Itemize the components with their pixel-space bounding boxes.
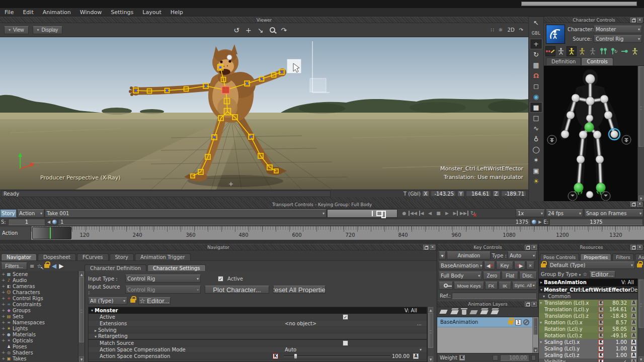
animation-menu-caret[interactable]: ▾ bbox=[439, 251, 446, 259]
top-horizontal-scrollbar[interactable] bbox=[521, 2, 637, 6]
move-keys-button[interactable]: Move Keys bbox=[454, 282, 484, 290]
timeline-zoom-handle[interactable] bbox=[32, 227, 71, 239]
key-badge[interactable]: K bbox=[598, 339, 604, 345]
lock-icon[interactable] bbox=[508, 320, 513, 324]
merge-all-layers-icon[interactable] bbox=[491, 310, 500, 314]
property-row-compensation-mode[interactable]: Action Space Compensation Mode Auto ▾ bbox=[89, 346, 427, 353]
dolly-camera-icon[interactable]: ↘ bbox=[258, 26, 264, 34]
sphere-select-icon[interactable]: ◉ bbox=[530, 92, 542, 102]
table-scrollbar[interactable]: ▲ ▼ bbox=[427, 307, 434, 362]
keying-group-select[interactable]: Full Body▾ bbox=[439, 272, 482, 280]
mirror-pose-icon[interactable] bbox=[630, 46, 640, 56]
tab-filters[interactable]: Filters bbox=[612, 253, 633, 260]
scroll-down-arrow[interactable]: ▼ bbox=[638, 356, 643, 361]
mute-icon[interactable] bbox=[523, 319, 529, 325]
input-type-select[interactable]: Control Rig▾ bbox=[125, 275, 201, 283]
property-row[interactable]: ▾Translation (Lcl).zK-18.43A bbox=[539, 313, 637, 319]
star-icon[interactable]: ☆ bbox=[583, 272, 587, 277]
menu-layout[interactable]: Layout bbox=[138, 9, 166, 16]
key-badge[interactable]: K bbox=[598, 313, 604, 319]
zoom-magnifier-icon[interactable] bbox=[270, 27, 275, 33]
scroll-down-arrow[interactable]: ▼ bbox=[533, 347, 538, 352]
tab-character-definition[interactable]: Character Definition bbox=[85, 264, 146, 272]
add-layer-icon[interactable]: + bbox=[440, 309, 447, 315]
viewport-3d[interactable]: Producer Perspective (X-Ray) Monster_Ctr… bbox=[0, 37, 528, 190]
camera-reset-arc-icon[interactable]: ↷ bbox=[281, 26, 287, 34]
property-row[interactable]: ▾Scaling (Lcl).yK1.00A bbox=[539, 345, 637, 352]
back-arrow-icon[interactable]: ◀ bbox=[52, 262, 56, 269]
editor-button[interactable]: ☆Editor... bbox=[138, 297, 171, 305]
layout-views-icon[interactable]: ▣ bbox=[530, 165, 542, 176]
ik-button[interactable]: IK bbox=[499, 282, 511, 290]
character-select[interactable]: Monster▾ bbox=[594, 26, 642, 33]
close-panel-button[interactable]: × bbox=[637, 202, 642, 207]
x-axis-value[interactable]: -143.25 bbox=[431, 191, 456, 197]
key-badge[interactable]: K bbox=[273, 353, 278, 359]
compensation-slider[interactable] bbox=[284, 355, 390, 357]
tab-asset-browser[interactable]: Asset Bro bbox=[635, 253, 644, 260]
light-toggle-icon[interactable]: ☼ bbox=[499, 27, 503, 33]
tree-item-sets[interactable]: +▤Sets bbox=[0, 313, 78, 319]
layers-scrollbar[interactable]: ▼ bbox=[532, 317, 538, 353]
float-panel-button[interactable] bbox=[423, 245, 429, 250]
tree-item-namespaces[interactable]: +≡Namespaces bbox=[0, 319, 78, 325]
input-source-select[interactable]: Control Rig▾ bbox=[125, 286, 201, 294]
property-row[interactable]: ▾Scaling (Lcl).xK1.00A bbox=[539, 339, 637, 345]
editor-button[interactable]: Editor... bbox=[589, 271, 615, 278]
take-select[interactable]: Take 001▾ bbox=[45, 209, 327, 218]
polygon-display-icon[interactable]: ◯ bbox=[530, 144, 542, 155]
playback-speed-select[interactable]: 1x▾ bbox=[516, 209, 545, 217]
key-badge[interactable]: K bbox=[598, 346, 604, 351]
property-row-match-source[interactable]: Match Source ✓ bbox=[89, 340, 427, 346]
start-frame-field[interactable]: 1 bbox=[8, 219, 45, 225]
play-button[interactable]: ▶ bbox=[443, 210, 451, 217]
float-panel-button[interactable] bbox=[630, 245, 636, 250]
full-body-mode-icon[interactable] bbox=[556, 46, 566, 56]
timeline-ruler[interactable]: Action 120 240 360 480 600 720 840 960 1… bbox=[0, 226, 644, 240]
forward-arrow-icon[interactable]: ▶ bbox=[59, 262, 63, 269]
keying-mode-icon[interactable] bbox=[545, 46, 555, 56]
scroll-down-arrow[interactable]: ▼ bbox=[428, 356, 433, 361]
global-space-toggle[interactable]: GBL bbox=[530, 28, 542, 39]
lock-icon[interactable] bbox=[130, 299, 135, 303]
menu-file[interactable]: File bbox=[0, 9, 18, 16]
expander-icon[interactable]: ▸ bbox=[540, 280, 542, 285]
close-panel-button[interactable]: × bbox=[531, 245, 537, 250]
previous-key-button[interactable]: ◀ bbox=[484, 261, 495, 269]
lighting-icon[interactable]: ☀ bbox=[530, 176, 542, 187]
frame-rate-select[interactable]: 24 fps▾ bbox=[546, 209, 583, 217]
tree-item-takes[interactable]: +▣Takes bbox=[0, 355, 78, 361]
property-row-compensation[interactable]: Action Space Compensation K 100.00 A bbox=[89, 353, 427, 359]
duplicate-layer-icon[interactable] bbox=[451, 310, 459, 314]
body-part-mode-icon[interactable] bbox=[567, 46, 577, 56]
property-row-active[interactable]: Active ✓ bbox=[89, 314, 427, 320]
base-animation-row[interactable]: ▸ BaseAnimation V: All bbox=[539, 279, 637, 286]
stop-button[interactable]: ■ bbox=[434, 210, 443, 217]
select-tool-icon[interactable]: ↖ bbox=[530, 18, 542, 28]
layer-select[interactable]: BaseAnimation▾ bbox=[439, 261, 483, 269]
wireframe-display-icon[interactable]: □ bbox=[530, 113, 542, 123]
shaded-display-icon[interactable]: ■ bbox=[530, 102, 542, 113]
property-row[interactable]: ▾Translation (Lcl).xK80.32A bbox=[539, 300, 637, 306]
default-type-select[interactable]: Default (Type)▾ bbox=[548, 261, 635, 269]
tree-item-scene[interactable]: +▦Scene bbox=[0, 271, 78, 277]
key-badge[interactable]: K bbox=[598, 333, 604, 338]
current-frame-track[interactable]: 1 1375 bbox=[58, 219, 531, 225]
key-type-select[interactable]: Auto▾ bbox=[508, 251, 537, 259]
tab-controls[interactable]: Controls bbox=[581, 57, 613, 65]
previous-key-button[interactable]: ◀ bbox=[417, 210, 426, 217]
range-start-knob[interactable] bbox=[52, 220, 57, 224]
character-controls-logo-icon[interactable] bbox=[546, 25, 565, 44]
tree-item-shaders[interactable]: +◎Shaders bbox=[0, 349, 78, 355]
pin-both-icon[interactable] bbox=[619, 46, 629, 56]
float-panel-button[interactable] bbox=[525, 302, 530, 307]
tab-navigator[interactable]: Navigator bbox=[1, 253, 37, 260]
scale-tool-icon[interactable]: ▦ bbox=[530, 60, 542, 70]
float-panel-button[interactable] bbox=[525, 245, 530, 250]
2d-mode-button[interactable]: 2D bbox=[508, 27, 515, 33]
scroll-up-arrow[interactable]: ▲ bbox=[79, 272, 84, 277]
display-menu-button[interactable]: ▾Display bbox=[33, 26, 63, 34]
chevron-down-icon[interactable]: ▾ bbox=[420, 347, 422, 352]
expander-icon[interactable]: ▾ bbox=[95, 334, 97, 339]
z-axis-value[interactable]: -189.71 bbox=[501, 191, 526, 197]
